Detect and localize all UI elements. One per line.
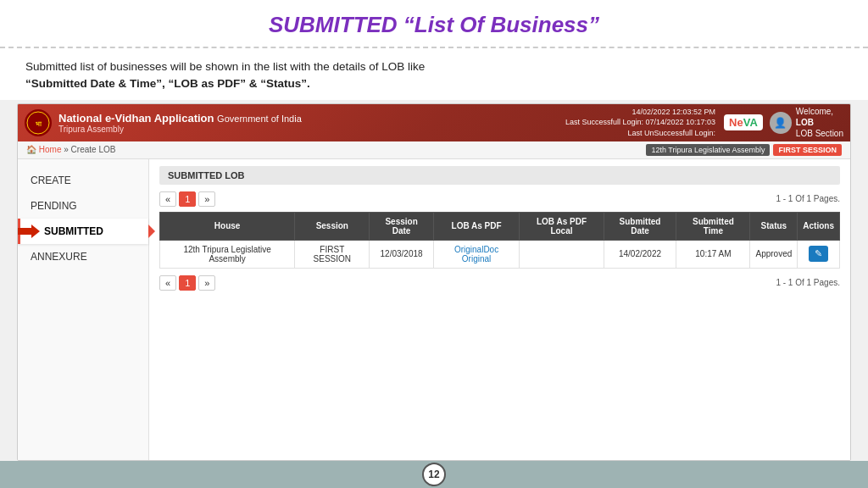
page-1-btn[interactable]: 1: [179, 191, 196, 207]
table-row: 12th Tripura Legislative Assembly FIRST …: [160, 240, 840, 268]
prev-page-btn[interactable]: «: [159, 191, 176, 207]
datetime-info: 14/02/2022 12:03:52 PM Last Successfull …: [565, 107, 715, 139]
table-header-row: House Session Session Date LOB As PDF LO…: [160, 212, 840, 240]
desc-line2: “Submitted Date & Time”, “LOB as PDF” & …: [25, 77, 310, 90]
col-lob-pdf: LOB As PDF: [433, 212, 519, 240]
app-name: National e-Vidhan Application Government…: [58, 112, 565, 125]
next-page-btn[interactable]: »: [198, 191, 215, 207]
session-badge: FIRST SESSION: [773, 144, 842, 156]
main-content: CREATE PENDING SUBMITTED ANNEXURE SUBMIT…: [18, 159, 850, 461]
assembly-badge: 12th Tripura Legislative Assembly: [646, 144, 770, 156]
col-status: Status: [750, 212, 798, 240]
svg-marker-2: [18, 225, 40, 238]
sidebar-item-annexure[interactable]: ANNEXURE: [18, 244, 148, 269]
col-house: House: [160, 212, 295, 240]
footer: 12: [0, 461, 868, 488]
breadcrumb-badges: 12th Tripura Legislative Assembly FIRST …: [646, 144, 842, 156]
assembly-name: Tripura Assembly: [58, 125, 565, 134]
user-avatar: 👤: [770, 112, 792, 134]
user-info: 👤 Welcome, LOB LOB Section: [770, 106, 843, 139]
breadcrumb-bar: 🏠 Home » Create LOB 12th Tripura Legisla…: [18, 141, 850, 159]
col-sub-date: Submitted Date: [604, 212, 676, 240]
cell-sub-date: 14/02/2022: [604, 240, 676, 268]
prev-page-btn-bottom[interactable]: «: [159, 275, 176, 291]
cell-lob-local: [520, 240, 604, 268]
sidebar-item-pending[interactable]: PENDING: [18, 193, 148, 219]
page-info-top: 1 - 1 Of 1 Pages.: [776, 194, 840, 203]
cell-session: FIRST SESSION: [295, 240, 370, 268]
cell-status: Approved: [750, 240, 798, 268]
page-info-bottom: 1 - 1 Of 1 Pages.: [776, 278, 840, 287]
cell-house: 12th Tripura Legislative Assembly: [160, 240, 295, 268]
col-session: Session: [295, 212, 370, 240]
page-number: 12: [422, 463, 446, 486]
col-session-date: Session Date: [370, 212, 433, 240]
app-logo: भा: [25, 109, 52, 136]
col-sub-time: Submitted Time: [676, 212, 750, 240]
top-pagination: « 1 » 1 - 1 Of 1 Pages.: [159, 191, 840, 207]
section-title: SUBMITTED LOB: [159, 166, 840, 185]
arrow-icon: [18, 223, 42, 240]
content-area: SUBMITTED LOB « 1 » 1 - 1 Of 1 Pages. Ho…: [149, 159, 850, 461]
navbar-title: National e-Vidhan Application Government…: [58, 112, 565, 134]
cell-session-date: 12/03/2018: [370, 240, 433, 268]
submitted-table: House Session Session Date LOB As PDF LO…: [159, 212, 840, 269]
bottom-pagination: « 1 » 1 - 1 Of 1 Pages.: [159, 275, 840, 291]
col-actions: Actions: [798, 212, 840, 240]
cell-lob-pdf[interactable]: OriginalDoc Original: [433, 240, 519, 268]
next-page-btn-bottom[interactable]: »: [198, 275, 215, 291]
neva-logo: NeVA: [724, 114, 763, 130]
page-1-btn-bottom[interactable]: 1: [179, 275, 196, 291]
sidebar-item-create[interactable]: CREATE: [18, 168, 148, 193]
col-lob-local: LOB As PDF Local: [520, 212, 604, 240]
cell-sub-time: 10:17 AM: [676, 240, 750, 268]
app-window: भा National e-Vidhan Application Governm…: [17, 103, 851, 462]
submitted-arrow-wrapper: SUBMITTED: [18, 219, 148, 244]
sidebar: CREATE PENDING SUBMITTED ANNEXURE: [18, 159, 149, 461]
desc-line1: Submitted list of businesses will be sho…: [25, 60, 425, 73]
breadcrumb-current: Create LOB: [71, 145, 116, 154]
navbar: भा National e-Vidhan Application Governm…: [18, 104, 850, 141]
lob-pdf-link[interactable]: OriginalDoc Original: [454, 245, 498, 263]
page-title: SUBMITTED “List Of Business”: [0, 0, 868, 48]
home-link[interactable]: Home: [39, 145, 62, 154]
cell-actions: ✎: [798, 240, 840, 268]
edit-action-btn[interactable]: ✎: [809, 246, 828, 262]
breadcrumb: 🏠 Home » Create LOB: [26, 145, 115, 154]
svg-text:भा: भा: [36, 120, 42, 128]
description: Submitted list of businesses will be sho…: [0, 48, 868, 100]
